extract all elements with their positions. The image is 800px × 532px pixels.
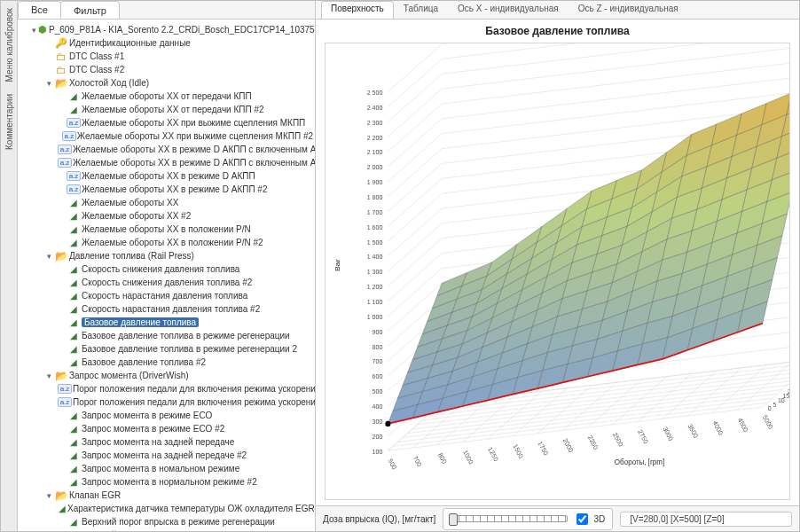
tree-item[interactable]: ▾📂Запрос момента (DriverWish)	[20, 369, 313, 382]
calibration-tree[interactable]: ▾⬢P_609_P81A - KIA_Sorento 2.2_CRDi_Bosc…	[18, 20, 315, 531]
tree-item[interactable]: ▾📂Холостой Ход (Idle)	[20, 76, 313, 90]
svg-text:2500: 2500	[611, 431, 624, 448]
svg-text:100: 100	[373, 447, 383, 455]
expand-icon[interactable]: ▾	[44, 372, 53, 380]
map3d-icon: ◢	[67, 437, 80, 448]
tree-item[interactable]: ◢Желаемые обороты ХХ в положении P/N #2	[20, 236, 313, 249]
map3d-icon: ◢	[67, 344, 80, 355]
tree-item[interactable]: ◢Запрос момента в нормальном режиме #2	[20, 475, 313, 489]
tree-item[interactable]: ◢Базовое давление топлива в режиме реген…	[20, 329, 313, 342]
expand-icon[interactable]: ▾	[32, 26, 36, 35]
tree-item-label: Скорость снижения давления топлива #2	[82, 278, 252, 287]
tree-item[interactable]: a.zЖелаемые обороты ХХ в режиме D АКПП с…	[20, 156, 313, 169]
map3d-icon: ◢	[67, 477, 80, 488]
tree-item[interactable]: a.zЖелаемые обороты ХХ в режиме D АКПП	[20, 169, 313, 183]
rtab-surface[interactable]: Поверхность	[321, 1, 394, 19]
svg-text:1 600: 1 600	[367, 223, 383, 231]
tree-item-label: DTC Class #2	[69, 65, 124, 74]
folder-icon: 📂	[55, 371, 67, 381]
map2d-icon: a.z	[63, 131, 75, 142]
tree-item[interactable]: ◢Запрос момента на задней передаче	[20, 435, 313, 449]
map2d-icon: a.z	[59, 384, 71, 395]
tree-item[interactable]: ◢Характеристика датчика температуры ОЖ о…	[20, 502, 313, 515]
tree-item[interactable]: ◢Базовое давление топлива	[20, 316, 313, 329]
tree-item[interactable]: ◢Желаемые обороты ХХ от передачи КПП #2	[20, 103, 313, 116]
iq-slider[interactable]: 3D	[443, 508, 613, 530]
tree-item-label: Верхний порог впрыска в режиме регенерац…	[82, 517, 275, 527]
tree-item[interactable]: ◢Базовое давление топлива #2	[20, 356, 313, 369]
rtab-table[interactable]: Таблица	[394, 1, 448, 19]
svg-text:1 200: 1 200	[367, 283, 383, 291]
rtab-axis-x[interactable]: Ось X - индивидуальная	[448, 1, 569, 19]
tree-item[interactable]: ◢Желаемые обороты ХХ #2	[20, 209, 313, 223]
tree-item-label: Базовое давление топлива в режиме регене…	[82, 344, 297, 354]
svg-text:1 700: 1 700	[367, 208, 383, 216]
tree-item[interactable]: ◢Желаемые обороты ХХ от передачи КПП	[20, 90, 313, 103]
tree-item[interactable]: ▾📂Клапан EGR	[20, 489, 313, 502]
chart-title: Базовое давление топлива	[316, 20, 799, 43]
tree-item[interactable]: ◢Скорость снижения давления топлива #2	[20, 276, 313, 289]
tree-item[interactable]: ◢Желаемые обороты ХХ в положении P/N	[20, 223, 313, 236]
cb-3d-wrap[interactable]: 3D	[573, 511, 605, 528]
svg-text:700: 700	[373, 357, 383, 365]
tree-item[interactable]: a.zЖелаемые обороты ХХ в режиме D АКПП с…	[20, 143, 313, 156]
map2d-icon: a.z	[59, 158, 71, 168]
tree-item[interactable]: ◢Верхний порог впрыска в режиме регенера…	[20, 515, 313, 528]
svg-line-72	[442, 43, 790, 44]
expand-icon[interactable]: ▾	[44, 491, 53, 500]
tree-item[interactable]: ▾📂Давление топлива (Rail Press)	[20, 249, 313, 262]
tree-item-label: Верхний порог впрыска в режиме регенерац…	[82, 530, 287, 531]
tree-item[interactable]: ◢Скорость нарастания давления топлива	[20, 289, 313, 302]
map3d-icon: ◢	[67, 91, 80, 102]
tree-item[interactable]: ◢Скорость нарастания давления топлива #2	[20, 302, 313, 316]
svg-line-57	[442, 75, 790, 119]
slider-track[interactable]	[451, 515, 568, 522]
svg-line-40	[388, 208, 442, 256]
tree-item[interactable]: a.zЖелаемые обороты ХХ в режиме D АКПП #…	[20, 183, 313, 196]
map3d-icon: ◢	[67, 424, 80, 434]
svg-text:20: 20	[788, 387, 790, 395]
map3d-icon: ◢	[67, 357, 80, 368]
svg-text:2 000: 2 000	[367, 163, 383, 171]
folder-icon: 📂	[55, 78, 67, 89]
cb-3d[interactable]	[576, 513, 588, 525]
tree-item[interactable]: ◢Желаемые обороты ХХ	[20, 196, 313, 209]
tree-item[interactable]: ◢Запрос момента в режиме ECO	[20, 409, 313, 422]
rtab-axis-z[interactable]: Ось Z - индивидуальная	[569, 1, 688, 19]
tree-item[interactable]: a.zПорог положения педали для включения …	[20, 395, 313, 409]
tree-item[interactable]: a.zЖелаемые обороты ХХ при выжиме сцепле…	[20, 116, 313, 129]
svg-text:800: 800	[436, 451, 448, 466]
surface-chart[interactable]: 1002003004005006007008009001 0001 1001 2…	[325, 43, 790, 500]
svg-text:3500: 3500	[686, 422, 700, 439]
vtab-comments[interactable]: Комментарии	[4, 90, 15, 153]
expand-icon[interactable]: ▾	[44, 79, 53, 88]
svg-text:500: 500	[387, 458, 398, 472]
slider-thumb[interactable]	[449, 513, 458, 526]
tree-item[interactable]: ◢Запрос момента в номальном режиме	[20, 462, 313, 475]
tab-all[interactable]: Все	[18, 1, 61, 19]
cb-3d-label: 3D	[593, 514, 605, 524]
tree-item[interactable]: ◢Запрос момента на задней передаче #2	[20, 449, 313, 462]
expand-icon[interactable]: ▾	[44, 252, 53, 261]
tree-item[interactable]: ◢Базовое давление топлива в режиме реген…	[20, 342, 313, 356]
tree-item-label: Давление топлива (Rail Press)	[69, 251, 194, 261]
tree-item[interactable]: 🔑Идентификационные данные	[20, 36, 313, 50]
tree-item[interactable]: 🗀DTC Class #2	[20, 63, 313, 76]
svg-line-87	[687, 368, 741, 416]
tree-item[interactable]: ◢Запрос момента в режиме ECO #2	[20, 422, 313, 435]
tree-item[interactable]: ◢Скорость снижения давления топлива	[20, 262, 313, 276]
tree-item[interactable]: 🗀DTC Class #1	[20, 50, 313, 63]
tab-filter[interactable]: Фильтр	[60, 1, 120, 19]
tree-item-label: Идентификационные данные	[69, 38, 191, 48]
svg-text:1 400: 1 400	[367, 253, 383, 261]
svg-text:2750: 2750	[636, 428, 649, 445]
tree-item[interactable]: a.zЖелаемые обороты ХХ при выжиме сцепле…	[20, 129, 313, 143]
map3d-icon: ◢	[67, 211, 80, 222]
svg-line-67	[388, 74, 442, 121]
svg-line-83	[588, 379, 642, 427]
vtab-calibrations[interactable]: Меню калибровок	[4, 4, 15, 85]
tree-item[interactable]: ◢Верхний порог впрыска в режиме регенера…	[20, 528, 313, 531]
tree-item[interactable]: ▾⬢P_609_P81A - KIA_Sorento 2.2_CRDi_Bosc…	[20, 23, 313, 36]
tree-item-label: Желаемые обороты ХХ в режиме D АКПП с вк…	[73, 158, 315, 168]
tree-item[interactable]: a.zПорог положения педали для включения …	[20, 382, 313, 395]
